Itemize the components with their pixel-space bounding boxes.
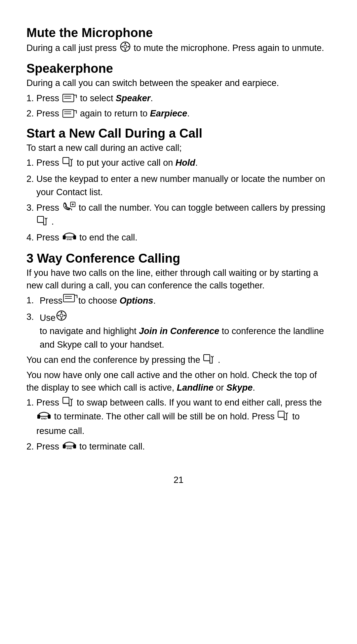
new-call-heading: Start a New Call During a Call: [26, 126, 331, 141]
conf2-item2-pre: Press: [36, 442, 62, 451]
end-icon-3: [62, 440, 76, 454]
list-item: Press to call the number. You can toggle…: [36, 201, 331, 229]
list-item: Press to choose Options.: [26, 294, 331, 308]
conf-item3-pre: Use: [40, 311, 56, 325]
new-call-list: Press to put your active call on Hold. U…: [36, 156, 331, 245]
end-icon-2: [37, 410, 51, 425]
conference-list-2: Press to swap between calls. If you want…: [36, 396, 331, 454]
mute-heading: Mute the Microphone: [26, 26, 331, 40]
menu-arrow-icon-2: [62, 109, 77, 119]
list-item: Press to put your active call on Hold.: [36, 156, 331, 170]
end-icon-1: [62, 231, 76, 245]
nc-item4-pre: Press: [36, 233, 62, 242]
list-item: Press again to return to Earpiece.: [36, 107, 331, 120]
speakerphone-body: During a call you can switch between the…: [26, 77, 331, 90]
conference-note-2: You now have only one call active and th…: [26, 369, 331, 394]
sp-item2-pre: Press: [36, 108, 62, 118]
conf-item3-post: to navigate and highlight Join in Confer…: [40, 324, 331, 351]
menu-arrow-icon-3: [63, 294, 78, 304]
conf-options-label: Options: [120, 296, 153, 306]
conference-body: If you have two calls on the line, eithe…: [26, 267, 331, 292]
conf2-item1-post: to terminate. The other call will be sti…: [54, 411, 277, 421]
call-add-icon: [62, 201, 76, 215]
hold-icon-2: [37, 216, 48, 229]
conference-heading: 3 Way Conference Calling: [26, 251, 331, 266]
nc-item3-suffix: .: [52, 217, 54, 227]
list-item: Use to navigate and highlight Join in Co…: [26, 310, 331, 352]
speakerphone-list: Press to select Speaker. Press again to …: [36, 92, 331, 120]
new-call-body: To start a new call during an active cal…: [26, 142, 331, 154]
speakerphone-heading: Speakerphone: [26, 62, 331, 76]
list-item: Press to select Speaker.: [36, 92, 331, 105]
nc-item2-text: Use the keypad to enter a new number man…: [36, 174, 325, 197]
conf-join-label: Join in Conference: [139, 326, 219, 336]
mute-body: During a call just press to mute the mic…: [26, 41, 331, 56]
conf-item1-pre: Press: [40, 294, 62, 308]
nc-hold-label: Hold: [176, 158, 195, 168]
conf-note1-pre: You can end the conference by pressing t…: [26, 355, 203, 365]
hold-icon-5: [278, 410, 289, 424]
sp-bold-italic-1: Speaker: [116, 93, 150, 103]
sp-item2-post: again to return to Earpiece.: [80, 108, 190, 118]
conf-note2-text: You now have only one call active and th…: [26, 370, 317, 393]
hold-icon-3: [203, 354, 215, 367]
nc-item1-pre: Press: [36, 158, 62, 168]
conference-list-1: Press to choose Options. Use to navigate…: [26, 294, 331, 351]
conf-landline-label: Landline: [177, 383, 214, 393]
sp-item1-pre: Press: [36, 93, 62, 103]
conf2-item2-post: to terminate call.: [79, 442, 145, 451]
sp-bold-italic-2: Earpiece: [150, 108, 187, 118]
hold-icon-1: [62, 157, 74, 170]
conference-note-1: You can end the conference by pressing t…: [26, 354, 331, 367]
conf2-item1-pre: Press: [36, 398, 62, 408]
nc-item1-post: to put your active call on Hold.: [77, 158, 198, 168]
menu-arrow-icon-1: [62, 94, 77, 104]
list-item: Press to terminate call.: [36, 440, 331, 454]
list-item: Press to swap between calls. If you want…: [36, 396, 331, 438]
conf2-item1-mid: to swap between calls. If you want to en…: [77, 398, 322, 408]
hold-icon-4: [62, 397, 74, 410]
nc-item3-post: to call the number. You can toggle betwe…: [79, 203, 325, 213]
page-content: Mute the Microphone During a call just p…: [26, 26, 331, 487]
nc-item3-pre: Press: [36, 203, 62, 213]
nc-item4-post: to end the call.: [79, 233, 138, 242]
nav-circle-icon-2: [56, 310, 67, 325]
list-item: Press to end the call.: [36, 231, 331, 245]
mute-text-pre: During a call just press: [26, 43, 119, 53]
list-item: Use the keypad to enter a new number man…: [36, 172, 331, 199]
conf-note1-post: .: [218, 355, 220, 365]
page-number: 21: [26, 474, 331, 487]
sp-item1-post: to select Speaker.: [80, 93, 153, 103]
conf-item1-post: to choose Options.: [78, 294, 156, 308]
nav-circle-icon: [120, 41, 131, 56]
mute-text-post: to mute the microphone. Press again to u…: [134, 43, 324, 53]
conf-skype-label: Skype: [226, 383, 253, 393]
